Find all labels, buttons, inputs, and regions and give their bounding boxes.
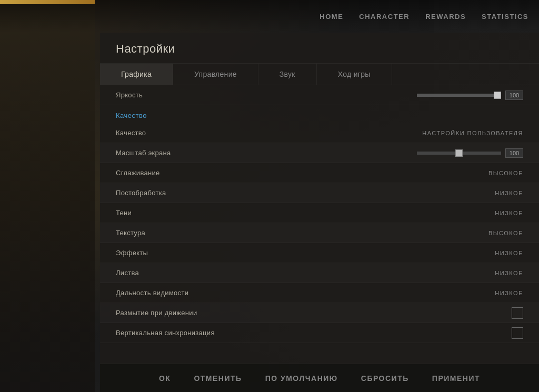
- quality-section-header: Качество: [100, 105, 539, 123]
- settings-panel: Настройки Графика Управление Звук Ход иг…: [100, 33, 539, 392]
- motion-blur-checkbox[interactable]: [512, 307, 523, 319]
- scale-slider-track[interactable]: [417, 152, 501, 155]
- brightness-label: Яркость: [116, 91, 417, 99]
- settings-content[interactable]: Яркость 100 Качество Качество НАСТРОЙКИ …: [100, 85, 539, 364]
- row-shadows: Тени НИЗКОЕ: [100, 203, 539, 223]
- row-motion-blur: Размытие при движении: [100, 303, 539, 323]
- brightness-slider-fill: [417, 94, 501, 97]
- brightness-value: 100: [505, 91, 523, 100]
- brightness-slider-container: 100: [417, 91, 523, 100]
- scale-value: 100: [505, 148, 523, 158]
- tab-controls[interactable]: Управление: [173, 64, 258, 85]
- scale-slider-thumb[interactable]: [455, 149, 463, 157]
- row-foliage: Листва НИЗКОЕ: [100, 263, 539, 283]
- nav-items: HOME CHARACTER REWARDS STATISTICS: [320, 10, 528, 23]
- scale-label: Масштаб экрана: [116, 149, 417, 157]
- row-scale: Масштаб экрана 100: [100, 143, 539, 163]
- nav-character[interactable]: CHARACTER: [359, 10, 410, 23]
- nav-rewards[interactable]: REWARDS: [425, 10, 466, 23]
- texture-label: Текстура: [116, 229, 488, 237]
- visibility-label: Дальность видимости: [116, 289, 495, 297]
- nav-statistics[interactable]: STATISTICS: [482, 10, 528, 23]
- bottom-action-bar: ОК ОТМЕНИТЬ ПО УМОЛЧАНИЮ СБРОСИТЬ ПРИМЕН…: [100, 364, 539, 392]
- row-vsync: Вертикальная синхронизация: [100, 323, 539, 343]
- corner-accent: [0, 0, 100, 33]
- shadows-value[interactable]: НИЗКОЕ: [495, 210, 523, 216]
- row-texture: Текстура ВЫСОКОЕ: [100, 223, 539, 243]
- vsync-label: Вертикальная синхронизация: [116, 329, 512, 337]
- motion-blur-label: Размытие при движении: [116, 309, 512, 317]
- tabs-row: Графика Управление Звук Ход игры: [100, 64, 539, 85]
- postprocess-label: Постобработка: [116, 189, 495, 197]
- row-visibility: Дальность видимости НИЗКОЕ: [100, 283, 539, 303]
- quality-value[interactable]: НАСТРОЙКИ ПОЛЬЗОВАТЕЛЯ: [422, 130, 523, 136]
- postprocess-value[interactable]: НИЗКОЕ: [495, 190, 523, 196]
- brightness-row: Яркость 100: [100, 85, 539, 105]
- nav-home[interactable]: HOME: [320, 10, 343, 23]
- tab-graphics[interactable]: Графика: [100, 64, 173, 85]
- scale-slider-container: 100: [417, 148, 523, 158]
- tab-sound[interactable]: Звук: [258, 64, 317, 85]
- settings-title: Настройки: [100, 33, 539, 64]
- effects-value[interactable]: НИЗКОЕ: [495, 250, 523, 256]
- visibility-value[interactable]: НИЗКОЕ: [495, 290, 523, 296]
- quality-header-text: Качество: [116, 112, 147, 119]
- vsync-checkbox[interactable]: [512, 327, 523, 339]
- effects-label: Эффекты: [116, 249, 495, 257]
- shadows-label: Тени: [116, 209, 495, 217]
- brightness-slider-thumb[interactable]: [494, 92, 501, 99]
- row-effects: Эффекты НИЗКОЕ: [100, 243, 539, 263]
- foliage-value[interactable]: НИЗКОЕ: [495, 270, 523, 276]
- row-aa: Сглаживание ВЫСОКОЕ: [100, 163, 539, 183]
- aa-label: Сглаживание: [116, 169, 488, 177]
- tab-gameplay[interactable]: Ход игры: [317, 64, 392, 85]
- apply-button[interactable]: ПРИМЕНИТ: [426, 370, 486, 387]
- aa-value[interactable]: ВЫСОКОЕ: [488, 170, 523, 176]
- brightness-slider-track[interactable]: [417, 94, 501, 97]
- texture-value[interactable]: ВЫСОКОЕ: [488, 230, 523, 236]
- default-button[interactable]: ПО УМОЛЧАНИЮ: [259, 370, 344, 387]
- reset-button[interactable]: СБРОСИТЬ: [355, 370, 415, 387]
- foliage-label: Листва: [116, 269, 495, 277]
- row-postprocess: Постобработка НИЗКОЕ: [100, 183, 539, 203]
- row-quality: Качество НАСТРОЙКИ ПОЛЬЗОВАТЕЛЯ: [100, 123, 539, 143]
- quality-label: Качество: [116, 129, 422, 137]
- ok-button[interactable]: ОК: [153, 370, 177, 387]
- cancel-button[interactable]: ОТМЕНИТЬ: [187, 370, 248, 387]
